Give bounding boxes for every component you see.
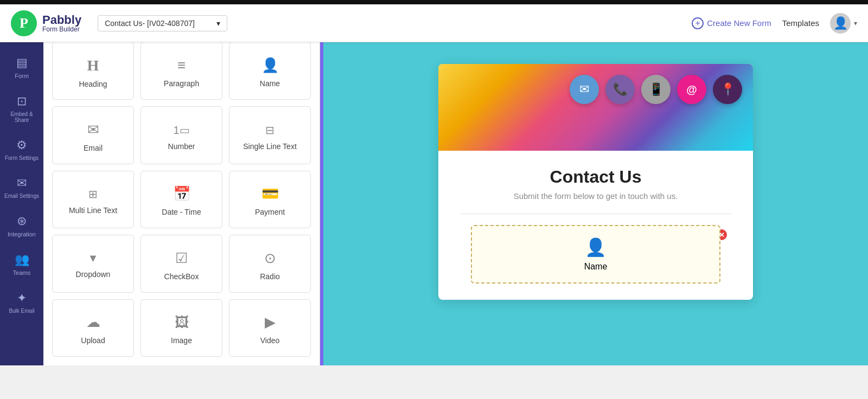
sidebar-item-form-settings[interactable]: ⚙ Form Settings (0, 131, 43, 169)
top-bar: P Pabbly Form Builder Contact Us- [IV02-… (0, 4, 868, 42)
create-new-button[interactable]: + Create New Form (692, 17, 771, 29)
block-number-label: Number (168, 142, 195, 151)
block-image[interactable]: 🖼 Image (141, 299, 222, 357)
date-time-icon: 📅 (173, 185, 190, 202)
avatar[interactable]: 👤 (830, 13, 851, 34)
form-selector[interactable]: Contact Us- [IV02-408707] ▾ (98, 15, 227, 31)
block-email-label: Email (84, 144, 103, 152)
form-icon: ▤ (16, 56, 28, 70)
top-bar-right: + Create New Form Templates 👤 ▾ (692, 13, 857, 34)
main-layout: ⊞ Dashboard ▤ Form ⊡ Embed & Share ⚙ For… (0, 4, 868, 365)
sidebar-item-bulk-email[interactable]: ✦ Bulk Email (0, 284, 43, 321)
contact-icon-phone: 📞 (605, 75, 635, 104)
sidebar-item-form[interactable]: ▤ Form (0, 48, 43, 87)
logo-area: P Pabbly Form Builder (11, 10, 81, 36)
name-icon: 👤 (261, 57, 279, 74)
logo-icon: P (11, 10, 37, 36)
upload-icon: ☁ (86, 314, 100, 331)
paragraph-icon: ≡ (177, 57, 186, 74)
form-banner: ✉ 📞 📱 @ 📍 (438, 64, 753, 151)
block-checkbox-label: CheckBox (164, 272, 199, 281)
sidebar-item-integration[interactable]: ⊛ Integration (0, 207, 43, 245)
block-upload-label: Upload (81, 336, 105, 345)
block-heading[interactable]: H Heading (52, 42, 134, 100)
form-preview-outer: ✉ 📞 📱 @ 📍 Contact Us Submit the form bel… (323, 42, 868, 365)
sidebar-label-teams: Teams (13, 269, 30, 276)
block-payment-label: Payment (255, 208, 285, 216)
email-settings-icon: ✉ (17, 176, 27, 190)
sidebar-label-form: Form (15, 73, 29, 79)
sidebar-label-integration: Integration (8, 231, 36, 237)
block-heading-label: Heading (79, 80, 107, 88)
sidebar-item-teams[interactable]: 👥 Teams (0, 245, 43, 284)
heading-icon: H (87, 57, 99, 74)
sidebar-label-bulk-email: Bulk Email (9, 308, 34, 314)
block-image-label: Image (171, 336, 192, 345)
canvas-area: Save Preview Share ✉ 📞 📱 @ 📍 Co (323, 4, 868, 365)
avatar-chevron-icon[interactable]: ▾ (854, 20, 857, 27)
payment-icon: 💳 (261, 185, 279, 202)
integration-icon: ⊛ (17, 214, 27, 228)
radio-icon: ⊙ (264, 250, 276, 267)
number-icon: 1▭ (173, 124, 189, 137)
form-selector-value: Contact Us- [IV02-408707] (105, 19, 195, 28)
name-block[interactable]: 👤 Name (471, 225, 720, 284)
form-body: Contact Us Submit the form below to get … (438, 151, 753, 300)
block-single-line[interactable]: ⊟ Single Line Text (229, 106, 311, 164)
form-divider (460, 214, 731, 214)
plus-icon: + (692, 17, 704, 29)
sidebar-label-email-settings: Email Settings (4, 193, 39, 199)
contact-icon-mobile: 📱 (641, 75, 671, 104)
blocks-grid: H Heading ≡ Paragraph 👤 Name ✉ Email 1▭ … (43, 33, 320, 365)
templates-link[interactable]: Templates (782, 18, 819, 28)
block-dropdown[interactable]: ▼ Dropdown (52, 235, 134, 292)
multi-line-icon: ⊞ (88, 188, 98, 201)
block-multi-line[interactable]: ⊞ Multi Line Text (52, 171, 134, 228)
sidebar-item-email-settings[interactable]: ✉ Email Settings (0, 169, 43, 207)
block-number[interactable]: 1▭ Number (141, 106, 222, 164)
bulk-email-icon: ✦ (17, 291, 27, 305)
form-card: ✉ 📞 📱 @ 📍 Contact Us Submit the form bel… (438, 64, 753, 300)
image-icon: 🖼 (175, 314, 189, 331)
teams-icon: 👥 (15, 253, 29, 267)
block-date-time-label: Date - Time (162, 208, 201, 216)
sidebar-label-embed: Embed & Share (3, 111, 41, 123)
logo-main-text: Pabbly (42, 14, 81, 26)
side-nav: ⊞ Dashboard ▤ Form ⊡ Embed & Share ⚙ For… (0, 4, 43, 365)
name-block-icon: 👤 (585, 237, 607, 258)
sidebar-item-embed[interactable]: ⊡ Embed & Share (0, 87, 43, 131)
contact-icon-at: @ (677, 75, 706, 104)
create-new-label: Create New Form (707, 18, 771, 28)
block-multi-line-label: Multi Line Text (69, 206, 117, 215)
embed-icon: ⊡ (17, 94, 27, 108)
block-checkbox[interactable]: ☑ CheckBox (141, 235, 222, 292)
block-date-time[interactable]: 📅 Date - Time (141, 171, 222, 228)
dropdown-icon: ▼ (88, 252, 99, 265)
block-upload[interactable]: ☁ Upload (52, 299, 134, 357)
block-name[interactable]: 👤 Name (229, 42, 311, 100)
block-single-line-label: Single Line Text (243, 142, 297, 151)
block-name-label: Name (260, 79, 280, 88)
block-paragraph[interactable]: ≡ Paragraph (141, 42, 222, 100)
logo-text: Pabbly Form Builder (42, 14, 81, 33)
name-block-label: Name (584, 262, 608, 272)
block-email[interactable]: ✉ Email (52, 106, 134, 164)
blocks-panel: Blocks Global H Heading ≡ Paragraph 👤 Na… (43, 4, 320, 365)
checkbox-icon: ☑ (175, 250, 188, 267)
form-title: Contact Us (460, 167, 731, 187)
black-strip (0, 0, 868, 4)
single-line-icon: ⊟ (265, 124, 275, 137)
block-paragraph-label: Paragraph (164, 79, 199, 88)
video-icon: ▶ (265, 314, 276, 331)
logo-letter: P (20, 15, 28, 31)
settings-icon: ⚙ (16, 138, 27, 152)
block-video[interactable]: ▶ Video (229, 299, 311, 357)
contact-icons: ✉ 📞 📱 @ 📍 (570, 75, 742, 104)
contact-icon-email: ✉ (570, 75, 599, 104)
logo-sub-text: Form Builder (42, 26, 81, 33)
name-block-wrapper: ✕ 👤 Name (460, 225, 731, 284)
block-payment[interactable]: 💳 Payment (229, 171, 311, 228)
block-video-label: Video (260, 336, 280, 345)
block-radio[interactable]: ⊙ Radio (229, 235, 311, 292)
form-subtitle: Submit the form below to get in touch wi… (460, 191, 731, 201)
